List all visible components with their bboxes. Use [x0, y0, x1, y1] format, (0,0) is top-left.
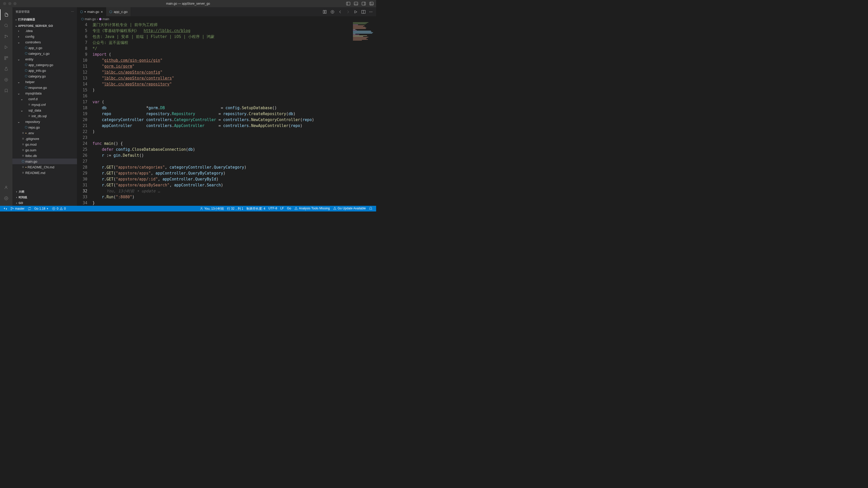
search-icon[interactable] [0, 20, 12, 31]
source-control-icon[interactable] [0, 31, 12, 42]
tree-item-main-go[interactable]: ⬡main.go [12, 159, 77, 164]
tree-item-entity[interactable]: ⌄entity [12, 56, 77, 62]
more-editor-actions-icon[interactable]: ⋯ [369, 10, 373, 14]
code-line[interactable] [92, 135, 376, 141]
code-line[interactable]: */ [92, 46, 376, 52]
line-number[interactable]: 7 [77, 40, 87, 46]
code-line[interactable]: r.GET("appstore/categories", categoryCon… [92, 164, 376, 170]
go-version[interactable]: Go 1.18 [33, 206, 51, 212]
code-line[interactable]: import ( [92, 52, 376, 58]
line-number[interactable]: 15 [77, 87, 87, 93]
indent[interactable]: 制表符长度: 4 [245, 206, 267, 211]
tree-item--gitignore[interactable]: ≡.gitignore [12, 136, 77, 141]
code-line[interactable] [92, 93, 376, 99]
line-number[interactable]: 6 [77, 34, 87, 40]
remote-indicator[interactable] [2, 206, 9, 212]
code-line[interactable]: var ( [92, 99, 376, 105]
go-section[interactable]: ›GO [12, 200, 77, 206]
line-number[interactable]: 12 [77, 69, 87, 75]
tree-item-category-c-go[interactable]: ⬡category_c.go [12, 51, 77, 56]
line-number[interactable]: 32 [77, 188, 87, 194]
code-line[interactable]: r := gin.Default() [92, 153, 376, 159]
tree-item-conf-d[interactable]: ⌄conf.d [12, 96, 77, 102]
tree-item-sql-data[interactable]: ⌄sql_data [12, 107, 77, 113]
folder-root-section[interactable]: ⌄ APPSTORE_SERVER_GO [12, 24, 77, 28]
line-number[interactable]: 26 [77, 153, 87, 159]
breadcrumb[interactable]: ⬡ main.go › ⬢ main [77, 16, 376, 22]
code-line[interactable]: "gorm.io/gorm" [92, 64, 376, 69]
line-number[interactable]: 10 [77, 58, 87, 64]
split-editor-icon[interactable] [362, 10, 366, 14]
eol[interactable]: LF [279, 206, 285, 210]
go-analysis-warning[interactable]: Analysis Tools Missing [293, 206, 332, 210]
line-number[interactable]: 17 [77, 99, 87, 105]
timeline-section[interactable]: ›时间线 [12, 194, 77, 200]
line-number[interactable]: 31 [77, 182, 87, 188]
tree-item--env[interactable]: ≡●.env [12, 130, 77, 136]
tree-item-category-go[interactable]: ⬡category.go [12, 73, 77, 79]
tree-item-app-category-go[interactable]: ⬡app_category.go [12, 62, 77, 68]
line-number[interactable]: 23 [77, 135, 87, 141]
tree-item-response-go[interactable]: ⬡response.go [12, 85, 77, 90]
code-line[interactable]: } [92, 200, 376, 206]
tree-item-go-sum[interactable]: ≡go.sum [12, 147, 77, 153]
line-number[interactable]: 14 [77, 82, 87, 87]
customize-layout-icon[interactable] [369, 2, 374, 6]
compare-changes-icon[interactable] [323, 10, 327, 14]
code-line[interactable]: r.GET("appstore/apps", appController.Que… [92, 170, 376, 176]
line-number[interactable]: 25 [77, 147, 87, 153]
close-window[interactable] [3, 2, 6, 5]
notifications-icon[interactable] [367, 206, 374, 210]
encoding[interactable]: UTF-8 [267, 206, 279, 210]
code-line[interactable]: "github.com/gin-gonic/gin" [92, 58, 376, 64]
tree-item-go-mod[interactable]: ≡go.mod [12, 141, 77, 147]
open-editors-section[interactable]: › 打开的编辑器 [12, 17, 77, 22]
code-line[interactable]: func main() { [92, 141, 376, 147]
extensions-icon[interactable] [0, 53, 12, 64]
line-number[interactable]: 30 [77, 176, 87, 182]
line-number[interactable]: 22 [77, 129, 87, 135]
code-line[interactable]: 公众号: 蓝不蓝编程 [92, 40, 376, 46]
explorer-icon[interactable] [0, 9, 12, 20]
code-line[interactable]: "lblbc.cn/appStore/repository" [92, 82, 376, 87]
run-file-icon[interactable] [354, 10, 358, 14]
line-number[interactable]: 13 [77, 75, 87, 82]
toggle-panel-icon[interactable] [354, 2, 358, 6]
code-line[interactable]: appController controllers.AppController … [92, 123, 376, 129]
tree-item-controllers[interactable]: ⌄controllers [12, 39, 77, 45]
line-number[interactable]: 16 [77, 93, 87, 99]
code-line[interactable]: You, 13小时前 • update … [92, 188, 376, 194]
problems[interactable]: 0 0 [51, 206, 67, 212]
code-line[interactable]: "lblbc.cn/appStore/controllers" [92, 75, 376, 82]
line-number[interactable]: 27 [77, 159, 87, 164]
tree-item-init-db-sql[interactable]: ≡init_db.sql [12, 113, 77, 119]
close-tab-icon[interactable]: × [101, 10, 103, 14]
code-line[interactable]: repo repository.Repository = repository.… [92, 111, 376, 117]
tree-item-config[interactable]: ›config [12, 34, 77, 39]
line-number[interactable]: 11 [77, 64, 87, 69]
code-line[interactable]: categoryController controllers.CategoryC… [92, 117, 376, 123]
go-update[interactable]: Go Update Available [332, 206, 367, 210]
code-line[interactable]: "lblbc.cn/appStore/config" [92, 69, 376, 75]
toggle-secondary-sidebar-icon[interactable] [362, 2, 366, 6]
code-editor[interactable]: 4567891011121314151617181920212223242526… [77, 22, 376, 206]
code-line[interactable]: 专注《零基础学编程系列》 http://lblbc.cn/blog [92, 28, 376, 34]
code-line[interactable]: ) [92, 129, 376, 135]
line-number[interactable]: 8 [77, 46, 87, 52]
toggle-primary-sidebar-icon[interactable] [346, 2, 350, 6]
tree-item-readme-md[interactable]: ≡README.md [12, 170, 77, 175]
line-number[interactable]: 21 [77, 123, 87, 129]
gitlens-blame[interactable]: You, 13小时前 [198, 206, 225, 211]
tab-main-go[interactable]: ⬡●main.go× [77, 7, 106, 16]
gitlens-icon[interactable] [0, 74, 12, 85]
tree-item-mysql-data[interactable]: ⌄mysql/data [12, 90, 77, 96]
code-line[interactable]: db *gorm.DB = config.SetupDatabase() [92, 105, 376, 111]
minimap[interactable] [350, 22, 376, 53]
bookmarks-icon[interactable] [0, 85, 12, 96]
maximize-window[interactable] [13, 2, 17, 5]
minimize-window[interactable] [8, 2, 11, 5]
line-number[interactable]: 33 [77, 194, 87, 200]
accounts-icon[interactable] [0, 182, 12, 193]
line-number[interactable]: 4 [77, 22, 87, 28]
code-line[interactable]: defer config.CloseDatabaseConnection(db) [92, 147, 376, 153]
